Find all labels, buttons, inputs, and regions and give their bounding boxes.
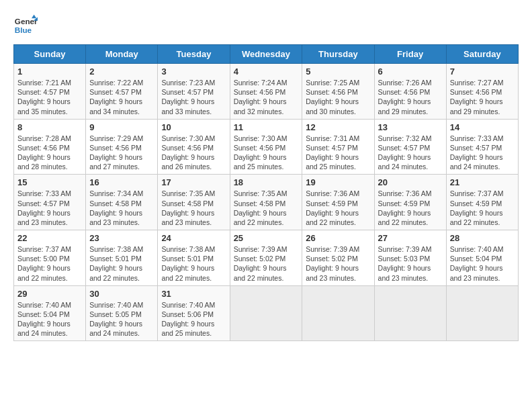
- calendar-cell: 9 Sunrise: 7:29 AMSunset: 4:56 PMDayligh…: [86, 119, 158, 175]
- day-number: 5: [306, 66, 370, 77]
- logo: General Blue: [13, 13, 42, 38]
- day-header-saturday: Saturday: [446, 45, 518, 64]
- day-number: 15: [17, 177, 82, 187]
- calendar-cell: 11 Sunrise: 7:30 AMSunset: 4:56 PMDaylig…: [230, 119, 302, 175]
- day-info: Sunrise: 7:35 AMSunset: 4:58 PMDaylight:…: [234, 189, 287, 226]
- logo-icon: General Blue: [13, 13, 38, 38]
- day-number: 31: [161, 289, 226, 299]
- calendar-cell: 30 Sunrise: 7:40 AMSunset: 5:05 PMDaylig…: [86, 285, 158, 341]
- day-info: Sunrise: 7:39 AMSunset: 5:03 PMDaylight:…: [378, 245, 432, 282]
- calendar-cell: 26 Sunrise: 7:39 AMSunset: 5:02 PMDaylig…: [302, 230, 374, 286]
- calendar-cell: 2 Sunrise: 7:22 AMSunset: 4:57 PMDayligh…: [86, 64, 158, 120]
- calendar-cell: 24 Sunrise: 7:38 AMSunset: 5:01 PMDaylig…: [158, 230, 230, 286]
- day-info: Sunrise: 7:40 AMSunset: 5:06 PMDaylight:…: [161, 301, 215, 338]
- day-info: Sunrise: 7:40 AMSunset: 5:04 PMDaylight:…: [17, 301, 71, 338]
- day-info: Sunrise: 7:24 AMSunset: 4:56 PMDaylight:…: [234, 79, 287, 116]
- calendar-week-1: 1 Sunrise: 7:21 AMSunset: 4:57 PMDayligh…: [14, 64, 519, 120]
- day-number: 25: [234, 233, 299, 243]
- calendar-cell: 22 Sunrise: 7:37 AMSunset: 5:00 PMDaylig…: [14, 230, 86, 286]
- day-info: Sunrise: 7:26 AMSunset: 4:56 PMDaylight:…: [378, 79, 432, 116]
- calendar-header-row: SundayMondayTuesdayWednesdayThursdayFrid…: [14, 45, 519, 64]
- day-info: Sunrise: 7:36 AMSunset: 4:59 PMDaylight:…: [306, 189, 359, 226]
- day-info: Sunrise: 7:40 AMSunset: 5:04 PMDaylight:…: [450, 245, 504, 282]
- day-header-monday: Monday: [86, 45, 158, 64]
- calendar-cell: 14 Sunrise: 7:33 AMSunset: 4:57 PMDaylig…: [446, 119, 518, 175]
- day-number: 21: [450, 177, 515, 187]
- calendar-cell: 10 Sunrise: 7:30 AMSunset: 4:56 PMDaylig…: [158, 119, 230, 175]
- day-number: 9: [89, 122, 154, 132]
- svg-text:Blue: Blue: [15, 26, 32, 34]
- calendar-week-5: 29 Sunrise: 7:40 AMSunset: 5:04 PMDaylig…: [14, 285, 519, 341]
- day-number: 7: [450, 66, 515, 77]
- day-info: Sunrise: 7:21 AMSunset: 4:57 PMDaylight:…: [17, 79, 71, 116]
- calendar-cell: 31 Sunrise: 7:40 AMSunset: 5:06 PMDaylig…: [158, 285, 230, 341]
- day-number: 17: [161, 177, 226, 187]
- day-info: Sunrise: 7:38 AMSunset: 5:01 PMDaylight:…: [89, 245, 143, 282]
- calendar-week-2: 8 Sunrise: 7:28 AMSunset: 4:56 PMDayligh…: [14, 119, 519, 175]
- day-header-tuesday: Tuesday: [158, 45, 230, 64]
- day-info: Sunrise: 7:39 AMSunset: 5:02 PMDaylight:…: [234, 245, 287, 282]
- calendar-cell: 17 Sunrise: 7:35 AMSunset: 4:58 PMDaylig…: [158, 175, 230, 230]
- day-info: Sunrise: 7:28 AMSunset: 4:56 PMDaylight:…: [17, 134, 71, 171]
- calendar-cell: 21 Sunrise: 7:37 AMSunset: 4:59 PMDaylig…: [446, 175, 518, 230]
- calendar-week-3: 15 Sunrise: 7:33 AMSunset: 4:57 PMDaylig…: [14, 175, 519, 230]
- day-number: 28: [450, 233, 515, 243]
- day-info: Sunrise: 7:33 AMSunset: 4:57 PMDaylight:…: [17, 189, 71, 226]
- day-info: Sunrise: 7:31 AMSunset: 4:57 PMDaylight:…: [306, 134, 359, 171]
- calendar-cell: 6 Sunrise: 7:26 AMSunset: 4:56 PMDayligh…: [374, 64, 446, 120]
- day-info: Sunrise: 7:37 AMSunset: 5:00 PMDaylight:…: [17, 245, 71, 282]
- day-number: 16: [89, 177, 154, 187]
- calendar-cell: 27 Sunrise: 7:39 AMSunset: 5:03 PMDaylig…: [374, 230, 446, 286]
- day-number: 2: [89, 66, 154, 77]
- day-header-sunday: Sunday: [14, 45, 86, 64]
- calendar-cell: 1 Sunrise: 7:21 AMSunset: 4:57 PMDayligh…: [14, 64, 86, 120]
- day-info: Sunrise: 7:25 AMSunset: 4:56 PMDaylight:…: [306, 79, 359, 116]
- page-header: General Blue: [13, 13, 519, 38]
- calendar-cell: [374, 285, 446, 341]
- day-number: 10: [161, 122, 226, 132]
- calendar-cell: 5 Sunrise: 7:25 AMSunset: 4:56 PMDayligh…: [302, 64, 374, 120]
- calendar-cell: 8 Sunrise: 7:28 AMSunset: 4:56 PMDayligh…: [14, 119, 86, 175]
- calendar-cell: [446, 285, 518, 341]
- calendar-cell: 28 Sunrise: 7:40 AMSunset: 5:04 PMDaylig…: [446, 230, 518, 286]
- calendar-cell: 23 Sunrise: 7:38 AMSunset: 5:01 PMDaylig…: [86, 230, 158, 286]
- day-number: 11: [234, 122, 299, 132]
- day-info: Sunrise: 7:33 AMSunset: 4:57 PMDaylight:…: [450, 134, 504, 171]
- calendar-cell: 29 Sunrise: 7:40 AMSunset: 5:04 PMDaylig…: [14, 285, 86, 341]
- day-number: 8: [17, 122, 82, 132]
- day-number: 26: [306, 233, 370, 243]
- day-header-friday: Friday: [374, 45, 446, 64]
- calendar-cell: 3 Sunrise: 7:23 AMSunset: 4:57 PMDayligh…: [158, 64, 230, 120]
- calendar-cell: 25 Sunrise: 7:39 AMSunset: 5:02 PMDaylig…: [230, 230, 302, 286]
- day-info: Sunrise: 7:38 AMSunset: 5:01 PMDaylight:…: [161, 245, 215, 282]
- calendar-cell: 20 Sunrise: 7:36 AMSunset: 4:59 PMDaylig…: [374, 175, 446, 230]
- calendar-table: SundayMondayTuesdayWednesdayThursdayFrid…: [13, 44, 519, 341]
- day-number: 14: [450, 122, 515, 132]
- day-info: Sunrise: 7:29 AMSunset: 4:56 PMDaylight:…: [89, 134, 143, 171]
- day-number: 23: [89, 233, 154, 243]
- calendar-cell: 16 Sunrise: 7:34 AMSunset: 4:58 PMDaylig…: [86, 175, 158, 230]
- calendar-cell: 18 Sunrise: 7:35 AMSunset: 4:58 PMDaylig…: [230, 175, 302, 230]
- day-header-wednesday: Wednesday: [230, 45, 302, 64]
- day-number: 6: [378, 66, 443, 77]
- day-info: Sunrise: 7:40 AMSunset: 5:05 PMDaylight:…: [89, 301, 143, 338]
- day-info: Sunrise: 7:32 AMSunset: 4:57 PMDaylight:…: [378, 134, 432, 171]
- day-info: Sunrise: 7:22 AMSunset: 4:57 PMDaylight:…: [89, 79, 143, 116]
- day-number: 1: [17, 66, 82, 77]
- day-info: Sunrise: 7:35 AMSunset: 4:58 PMDaylight:…: [161, 189, 215, 226]
- day-number: 13: [378, 122, 443, 132]
- day-number: 12: [306, 122, 370, 132]
- day-number: 30: [89, 289, 154, 299]
- calendar-week-4: 22 Sunrise: 7:37 AMSunset: 5:00 PMDaylig…: [14, 230, 519, 286]
- day-info: Sunrise: 7:39 AMSunset: 5:02 PMDaylight:…: [306, 245, 359, 282]
- calendar-cell: 13 Sunrise: 7:32 AMSunset: 4:57 PMDaylig…: [374, 119, 446, 175]
- day-info: Sunrise: 7:34 AMSunset: 4:58 PMDaylight:…: [89, 189, 143, 226]
- calendar-cell: [302, 285, 374, 341]
- day-info: Sunrise: 7:23 AMSunset: 4:57 PMDaylight:…: [161, 79, 215, 116]
- day-number: 3: [161, 66, 226, 77]
- day-header-thursday: Thursday: [302, 45, 374, 64]
- day-info: Sunrise: 7:27 AMSunset: 4:56 PMDaylight:…: [450, 79, 504, 116]
- day-number: 4: [234, 66, 299, 77]
- day-info: Sunrise: 7:36 AMSunset: 4:59 PMDaylight:…: [378, 189, 432, 226]
- day-number: 18: [234, 177, 299, 187]
